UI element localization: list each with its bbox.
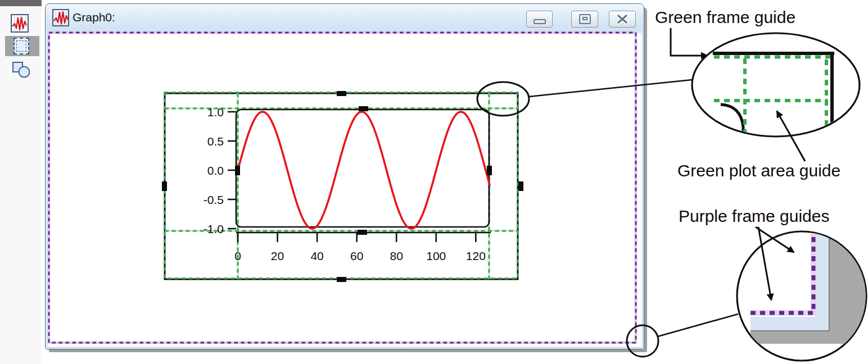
close-icon	[616, 14, 629, 24]
tool-palette	[0, 6, 42, 364]
purple-guide-arrow-2	[758, 227, 771, 300]
screenshot-root: Graph0:	[0, 0, 868, 364]
annotation-green-frame-guide: Green frame guide	[655, 8, 795, 27]
magnified-purple-guides	[751, 228, 868, 344]
maximize-button[interactable]	[571, 11, 598, 28]
green-plot-area-guide-arrow	[777, 111, 805, 161]
titlebar[interactable]: Graph0:	[46, 4, 644, 31]
minimize-icon	[534, 19, 546, 24]
toolbar-draw-tool-button[interactable]	[12, 61, 31, 80]
toolbar-layout-tool-button[interactable]	[13, 38, 29, 54]
magnified-circle	[737, 231, 866, 361]
annotation-green-plot-area-guide: Green plot area guide	[677, 161, 840, 180]
minimize-button[interactable]	[526, 11, 553, 28]
waveform-grid-icon	[11, 14, 29, 33]
close-button[interactable]	[609, 11, 636, 28]
magnified-green-guides	[713, 52, 834, 137]
toolbar-graph-tool-button[interactable]	[11, 14, 29, 33]
callout-purple-guides	[627, 227, 868, 361]
maximize-icon	[579, 14, 591, 24]
green-frame-guide-arrow	[671, 28, 707, 56]
graph-window: Graph0:	[45, 3, 644, 349]
palette-top-strip	[0, 0, 42, 6]
callout-connector-line-2	[658, 314, 738, 336]
window-title: Graph0:	[73, 11, 115, 24]
window-waveform-grid-icon	[52, 9, 69, 29]
page-layout-icon	[13, 38, 29, 54]
shapes-icon	[12, 72, 31, 80]
magnified-ellipse	[692, 33, 860, 136]
annotation-purple-frame-guides: Purple frame guides	[679, 207, 829, 226]
purple-guide-arrow-1	[756, 227, 794, 252]
graph-page-area[interactable]	[46, 31, 644, 349]
